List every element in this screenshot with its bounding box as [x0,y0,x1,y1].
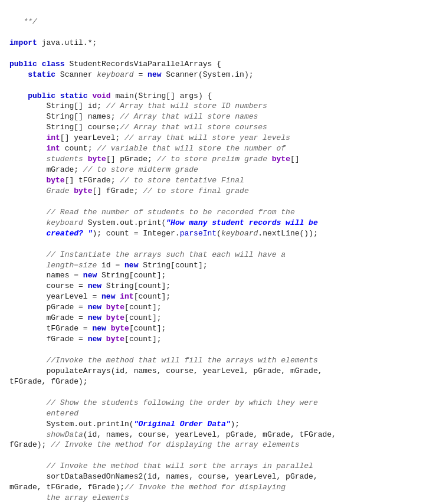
var-id: String[] id; // Array that will store ID… [9,102,267,110]
sort-call-cont: mGrade, tFGrade, fGrade);// Invoke the m… [9,483,286,492]
course-new: course = new String[count]; [9,282,171,290]
mgrade-new: mGrade = new byte[count]; [9,313,162,322]
class-declaration: public class StudentRecordsViaParallelAr… [9,60,221,68]
scanner-line: static Scanner keyboard = new Scanner(Sy… [9,70,254,79]
pgrade-new: pGrade = new byte[count]; [9,303,162,312]
names-new: names = new String[count]; [9,271,166,280]
var-yearlevel: int[] yearLevel; // array that will stor… [9,133,290,142]
main-method: public static void main(String[] args) { [9,91,212,100]
var-names: String[] names; // Array that will store… [9,112,258,121]
var-mgrade: mGrade; // to store midterm grade [9,165,198,174]
showdata-call: showData(id, names, course, yearLevel, p… [9,430,336,439]
var-count: int count; // variable that will store t… [9,144,286,153]
code-display: **/ import java.util.*; public class Stu… [9,6,427,503]
var-tfgrade: byte[] tFGrade; // to store tentative Fi… [9,176,244,185]
comment-length-size: length=size id = new String[count]; [9,261,208,270]
comment-invoke-sort: // Invoke the method that will sort the … [9,462,313,470]
comment-show-order: // Show the students following the order… [9,398,318,407]
showdata-call-cont: fGrade); // Invoke the method for displa… [9,440,300,449]
comment-keyboard: keyboard System.out.print("How many stud… [9,218,318,227]
sort-call: sortDataBasedOnNames2(id, names, course,… [9,472,318,481]
comment-instantiate: // Instantiate the arrays such that each… [9,250,286,259]
var-fgrade: Grade byte[] fGrade; // to store final g… [9,186,249,195]
comment-entered: entered [9,409,78,418]
import-line: import java.util.*; [9,38,97,47]
fgrade-new: fGrade = new byte[count]; [9,335,162,343]
comment-read-number: // Read the number of students to be rec… [9,208,295,217]
populate-call: populateArrays(id, names, course, yearLe… [9,366,323,375]
sort-call-cont2: the array elements [9,493,129,502]
populate-call-cont: tFGrade, fGrade); [9,377,88,386]
yearlevel-new: yearLevel = new int[count]; [9,292,171,301]
print-count: created? "); count = Integer.parseInt(ke… [9,229,318,238]
comment-invoke-fill: //Invoke the method that will fill the a… [9,356,318,365]
println-original: System.out.println("Original Order Data"… [9,420,240,428]
var-course: String[] course;// Array that will store… [9,123,267,132]
tfgrade-new: tFGrade = new byte[count]; [9,324,166,333]
comment-line-1: **/ [9,17,37,26]
var-count-cont: students byte[] pGrade; // to store prel… [9,155,300,163]
